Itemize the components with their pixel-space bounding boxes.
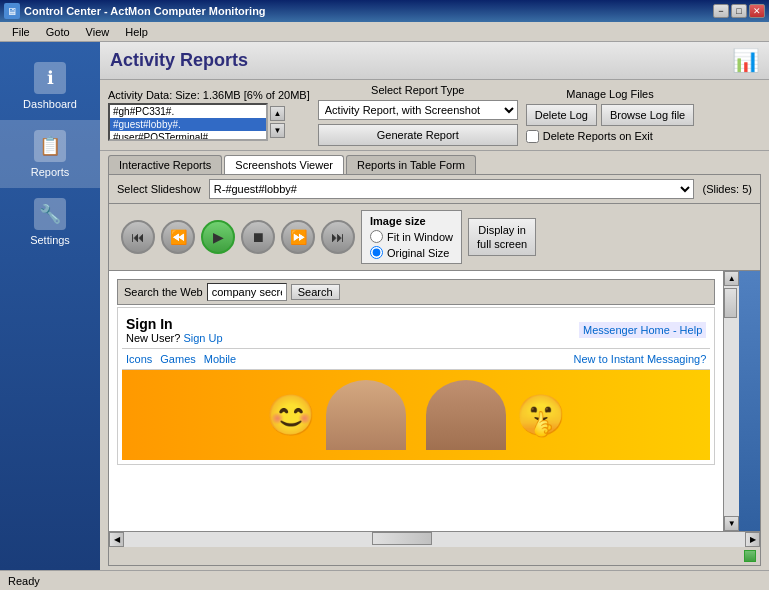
image-area-container: Search the Web Search Sign In	[109, 271, 760, 565]
sign-in-row: Sign In New User? Sign Up Messenger Home	[126, 316, 706, 344]
scroll-right-button[interactable]: ▶	[745, 532, 760, 547]
listbox-scroll-down[interactable]: ▼	[270, 123, 285, 138]
listbox-item[interactable]: #gh#PC331#.	[110, 105, 266, 118]
menu-view[interactable]: View	[78, 24, 118, 40]
content-area: Activity Reports 📊 Activity Data: Size: …	[100, 42, 769, 570]
screenshot-content: Search the Web Search Sign In	[109, 271, 723, 473]
menu-help[interactable]: Help	[117, 24, 156, 40]
screenshot-viewer[interactable]: Search the Web Search Sign In	[109, 271, 723, 531]
sidebar: ℹ Dashboard 📋 Reports 🔧 Settings	[0, 42, 100, 570]
app-icon: 🖥	[4, 3, 20, 19]
nav-bar: Icons Games Mobile New to Instant Messag…	[122, 349, 710, 370]
activity-listbox[interactable]: #gh#PC331#. #guest#lobby#. #user#POSTerm…	[108, 103, 268, 141]
display-fullscreen-button[interactable]: Display infull screen	[468, 218, 536, 257]
fit-window-label: Fit in Window	[387, 231, 453, 243]
web-content: Sign In New User? Sign Up Messenger Home	[117, 307, 715, 465]
tab-screenshots[interactable]: Screenshots Viewer	[224, 155, 344, 175]
reports-icon: 📋	[34, 130, 66, 162]
page-title: Activity Reports	[110, 50, 248, 71]
browse-log-button[interactable]: Browse Log file	[601, 104, 694, 126]
original-size-radio[interactable]	[370, 246, 383, 259]
nav-games[interactable]: Games	[160, 353, 195, 365]
image-size-title: Image size	[370, 215, 453, 227]
delete-log-button[interactable]: Delete Log	[526, 104, 597, 126]
manage-log-section: Manage Log Files Delete Log Browse Log f…	[526, 88, 694, 143]
scroll-down-button[interactable]: ▼	[724, 516, 739, 531]
listbox-item-selected[interactable]: #guest#lobby#.	[110, 118, 266, 131]
main-panel: Select Slideshow R-#guest#lobby# (Slides…	[108, 174, 761, 566]
report-type-select[interactable]: Activity Report, with Screenshot Activit…	[318, 100, 518, 120]
nav-instant-messaging[interactable]: New to Instant Messaging?	[574, 353, 707, 365]
minimize-button[interactable]: −	[713, 4, 729, 18]
scroll-track-horizontal	[124, 532, 745, 547]
delete-on-exit-checkbox[interactable]	[526, 130, 539, 143]
original-size-row: Original Size	[370, 246, 453, 259]
title-bar: 🖥 Control Center - ActMon Computer Monit…	[0, 0, 769, 22]
manage-log-label: Manage Log Files	[526, 88, 694, 100]
generate-report-button[interactable]: Generate Report	[318, 124, 518, 146]
select-report-section: Select Report Type Activity Report, with…	[318, 84, 518, 146]
sidebar-item-settings[interactable]: 🔧 Settings	[0, 188, 100, 256]
player-stop-button[interactable]: ⏹	[241, 220, 275, 254]
title-bar-controls: − □ ✕	[713, 4, 765, 18]
resize-handle[interactable]	[744, 550, 756, 562]
settings-icon: 🔧	[34, 198, 66, 230]
activity-data-label: Activity Data: Size: 1.36MB [6% of 20MB]	[108, 89, 310, 101]
scroll-left-button[interactable]: ◀	[109, 532, 124, 547]
fit-window-row: Fit in Window	[370, 230, 453, 243]
dashboard-icon: ℹ	[34, 62, 66, 94]
delete-on-exit-row: Delete Reports on Exit	[526, 130, 694, 143]
listbox-scroll-up[interactable]: ▲	[270, 106, 285, 121]
sign-in-title: Sign In	[126, 316, 223, 332]
page-header: Activity Reports 📊	[100, 42, 769, 80]
player-next-button[interactable]: ⏩	[281, 220, 315, 254]
tab-table[interactable]: Reports in Table Form	[346, 155, 476, 174]
blue-side-strip	[739, 271, 760, 531]
slideshow-dropdown[interactable]: R-#guest#lobby#	[209, 179, 695, 199]
select-report-label: Select Report Type	[371, 84, 464, 96]
title-bar-left: 🖥 Control Center - ActMon Computer Monit…	[4, 3, 266, 19]
tab-interactive[interactable]: Interactive Reports	[108, 155, 222, 174]
player-last-button[interactable]: ⏭	[321, 220, 355, 254]
fit-window-radio[interactable]	[370, 230, 383, 243]
player-row: ⏮ ⏪ ▶ ⏹ ⏩ ⏭ Image size Fit in Window Ori…	[109, 204, 760, 271]
scroll-up-button[interactable]: ▲	[724, 271, 739, 286]
image-area-wrapper: Search the Web Search Sign In	[109, 271, 760, 531]
search-button[interactable]: Search	[291, 284, 340, 300]
bottom-resize-row	[109, 547, 760, 565]
person-silhouette-2	[426, 380, 506, 450]
sidebar-item-dashboard[interactable]: ℹ Dashboard	[0, 52, 100, 120]
sign-up-link[interactable]: Sign Up	[183, 332, 222, 344]
maximize-button[interactable]: □	[731, 4, 747, 18]
emoji-right: 🤫	[516, 392, 566, 439]
page-header-icon: 📊	[732, 48, 759, 74]
search-web-label: Search the Web	[124, 286, 203, 298]
activity-data-section: Activity Data: Size: 1.36MB [6% of 20MB]…	[108, 89, 310, 141]
toolbar-row: Activity Data: Size: 1.36MB [6% of 20MB]…	[100, 80, 769, 151]
menu-file[interactable]: File	[4, 24, 38, 40]
manage-log-buttons: Delete Log Browse Log file	[526, 104, 694, 126]
vertical-scrollbar: ▲ ▼	[723, 271, 739, 531]
sidebar-label-reports: Reports	[31, 166, 70, 178]
screenshot-toolbar: Search the Web Search	[117, 279, 715, 305]
main-layout: ℹ Dashboard 📋 Reports 🔧 Settings Activit…	[0, 42, 769, 570]
player-first-button[interactable]: ⏮	[121, 220, 155, 254]
listbox-item[interactable]: #user#POSTerminal#.	[110, 131, 266, 141]
secret-input[interactable]	[207, 283, 287, 301]
menu-bar: File Goto View Help	[0, 22, 769, 42]
emoji-left: 😊	[266, 392, 316, 439]
player-play-button[interactable]: ▶	[201, 220, 235, 254]
menu-goto[interactable]: Goto	[38, 24, 78, 40]
nav-icons[interactable]: Icons	[126, 353, 152, 365]
scroll-thumb-horizontal[interactable]	[372, 532, 432, 545]
original-size-label: Original Size	[387, 247, 449, 259]
close-button[interactable]: ✕	[749, 4, 765, 18]
scroll-thumb-vertical[interactable]	[724, 288, 737, 318]
panel-toolbar: Select Slideshow R-#guest#lobby# (Slides…	[109, 175, 760, 204]
sidebar-item-reports[interactable]: 📋 Reports	[0, 120, 100, 188]
messenger-link[interactable]: Messenger Home - Help	[583, 324, 702, 336]
banner-area: 😊 🤫	[122, 370, 710, 460]
scroll-track-vertical	[724, 286, 739, 516]
player-prev-button[interactable]: ⏪	[161, 220, 195, 254]
nav-mobile[interactable]: Mobile	[204, 353, 236, 365]
